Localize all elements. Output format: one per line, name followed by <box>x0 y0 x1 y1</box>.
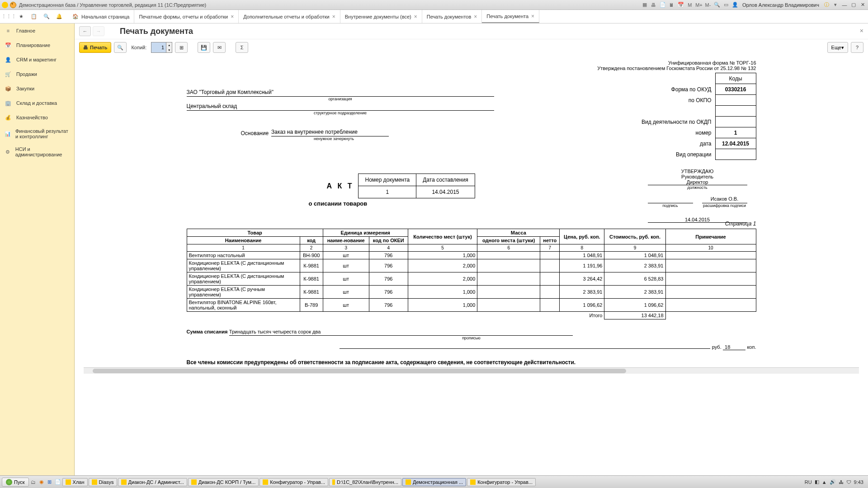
quicklaunch-icon[interactable]: ◉ <box>38 479 45 486</box>
tab-print-forms[interactable]: Печатные формы, отчеты и обработки× <box>134 10 239 23</box>
m-icon[interactable]: M <box>686 1 693 9</box>
num-label: номер <box>637 127 715 138</box>
m-plus-icon[interactable]: M+ <box>695 1 703 9</box>
taskbar-task[interactable]: Диакон-ДС / Админист... <box>118 478 187 486</box>
taskbar-task[interactable]: Конфигуратор - Управ... <box>259 478 328 486</box>
start-button[interactable]: Пуск <box>2 478 29 487</box>
panel-icon[interactable]: ▭ <box>722 1 730 9</box>
taskbar-task[interactable]: D:\1C_82\Хлан\Внутренн... <box>329 478 401 486</box>
taskbar-task[interactable]: Хлан <box>62 478 88 486</box>
app-menu-dropdown[interactable] <box>10 2 16 8</box>
th-one: одного места (штуки) <box>477 237 540 244</box>
preview-button[interactable]: 🔍 <box>114 42 127 53</box>
tab-home[interactable]: 🏠Начальная страница <box>68 10 134 23</box>
sidebar-item-treasury[interactable]: 💰Казначейство <box>0 110 74 125</box>
org-sub: организация <box>187 97 494 101</box>
scrollbar-thumb[interactable] <box>93 369 626 373</box>
okdp-label: Вид деятельности по ОКДП <box>637 117 715 127</box>
mini-num: 1 <box>359 186 416 198</box>
tab-close-icon[interactable]: × <box>474 14 477 20</box>
taskbar-task[interactable]: Демонстрационная ... <box>402 478 466 486</box>
sidebar-item-finance[interactable]: 📊Финансовый результат и контроллинг <box>0 125 74 143</box>
basis-label: Основание <box>241 130 269 136</box>
sum-button[interactable]: Σ <box>236 42 248 53</box>
minimize-button[interactable]: — <box>841 2 848 8</box>
mini-date-header: Дата составления <box>416 174 475 186</box>
horizontal-scrollbar[interactable] <box>84 367 859 374</box>
sidebar-item-warehouse[interactable]: 🏢Склад и доставка <box>0 96 74 110</box>
nav-back-button[interactable]: ← <box>79 26 91 36</box>
window-title: Демонстрационная база / Управление торго… <box>19 2 206 8</box>
sidebar-item-main[interactable]: ≡Главное <box>0 23 74 38</box>
sidebar-item-label: Закупки <box>16 86 34 91</box>
rub-line: руб. 18 коп. <box>187 344 756 350</box>
more-button[interactable]: Еще ▾ <box>827 42 848 53</box>
tab-additional-reports[interactable]: Дополнительные отчеты и обработки× <box>239 10 340 23</box>
print-button-label: Печать <box>90 45 107 50</box>
tab-print-docs[interactable]: Печать документов× <box>422 10 482 23</box>
tab-close-icon[interactable]: × <box>231 14 234 20</box>
search-icon[interactable]: 🔍 <box>42 13 51 21</box>
doc-mini-table: Номер документаДата составления 114.04.2… <box>358 174 475 198</box>
zoom-icon[interactable]: 🔍 <box>713 1 721 9</box>
content-close-icon[interactable]: × <box>860 27 863 34</box>
user-name[interactable]: Орлов Александр Владимирович <box>742 2 819 8</box>
menu-icon: ≡ <box>5 27 12 34</box>
quicklaunch-icon[interactable]: 🗂 <box>30 479 37 486</box>
tray-icon[interactable]: 🖧 <box>839 479 844 485</box>
copies-spinner[interactable]: ▲▼ <box>151 42 172 53</box>
help-button[interactable]: ? <box>851 42 863 53</box>
lang-indicator[interactable]: RU <box>805 479 812 485</box>
tab-internal-docs[interactable]: Внутренние документы (все)× <box>340 10 422 23</box>
m-minus-icon[interactable]: M- <box>704 1 712 9</box>
clock[interactable]: 9:43 <box>854 479 863 485</box>
tray-icon[interactable]: 🛡 <box>846 479 851 485</box>
close-button[interactable]: ✕ <box>859 2 866 8</box>
toolbar-icon[interactable]: ▦ <box>641 1 648 9</box>
sidebar-item-admin[interactable]: ⚙НСИ и администрирование <box>0 143 74 161</box>
quicklaunch-icon[interactable]: 📄 <box>54 479 61 486</box>
tray-icon[interactable]: ◧ <box>815 479 819 485</box>
taskbar-task[interactable]: Конфигуратор - Управ... <box>467 478 536 486</box>
calendar-icon[interactable]: 📅 <box>677 1 684 9</box>
approve-pos-sub: должность <box>648 185 747 190</box>
print-button[interactable]: 🖶Печать <box>79 42 111 53</box>
titlebar: Демонстрационная база / Управление торго… <box>0 0 868 10</box>
document-area[interactable]: Унифицированная форма № ТОРГ-16 Утвержде… <box>75 56 868 475</box>
sidebar: ≡Главное 📅Планирование 👤CRM и маркетинг … <box>0 23 75 475</box>
doc-icon[interactable]: 📄 <box>659 1 666 9</box>
copies-input[interactable] <box>151 42 166 52</box>
tab-label: Дополнительные отчеты и обработки <box>243 14 330 19</box>
apps-icon[interactable]: ⋮⋮⋮ <box>5 13 13 21</box>
tab-close-icon[interactable]: × <box>332 14 335 20</box>
maximize-button[interactable]: ▢ <box>850 2 857 8</box>
info-icon[interactable]: ⓘ <box>823 1 830 9</box>
star-icon[interactable]: ★ <box>17 13 25 21</box>
clipboard-icon[interactable]: 📋 <box>30 13 38 21</box>
sidebar-item-planning[interactable]: 📅Планирование <box>0 38 74 52</box>
sidebar-item-purchases[interactable]: 📦Закупки <box>0 81 74 96</box>
start-label: Пуск <box>14 479 25 485</box>
tray-icon[interactable]: 🔊 <box>830 479 836 485</box>
print-icon[interactable]: 🖶 <box>650 1 657 9</box>
calc-icon[interactable]: 🖩 <box>668 1 675 9</box>
spinner-down[interactable]: ▼ <box>166 47 172 52</box>
tray-icon[interactable]: ▲ <box>822 479 827 485</box>
bell-icon[interactable]: 🔔 <box>55 13 63 21</box>
tab-print-doc[interactable]: Печать документа× <box>482 10 539 23</box>
spinner-up[interactable]: ▲ <box>166 42 172 47</box>
taskbar-task[interactable]: Diasys <box>89 478 117 486</box>
settings-button[interactable]: ⊞ <box>175 42 188 53</box>
tab-close-icon[interactable]: × <box>414 14 417 20</box>
sidebar-item-crm[interactable]: 👤CRM и маркетинг <box>0 52 74 67</box>
sidebar-item-label: Казначейство <box>16 115 48 120</box>
save-button[interactable]: 💾 <box>198 42 210 53</box>
taskbar-task[interactable]: Диакон-ДС КОРП / Тум... <box>188 478 259 486</box>
sidebar-item-sales[interactable]: 🛒Продажи <box>0 67 74 81</box>
dropdown-icon[interactable]: ▾ <box>832 1 839 9</box>
tab-close-icon[interactable]: × <box>531 13 534 19</box>
nav-forward-button[interactable]: → <box>93 26 104 36</box>
quicklaunch-icon[interactable]: ⊞ <box>46 479 53 486</box>
mail-button[interactable]: ✉ <box>213 42 226 53</box>
basis-value: Заказ на внутреннее потребление <box>271 129 389 136</box>
